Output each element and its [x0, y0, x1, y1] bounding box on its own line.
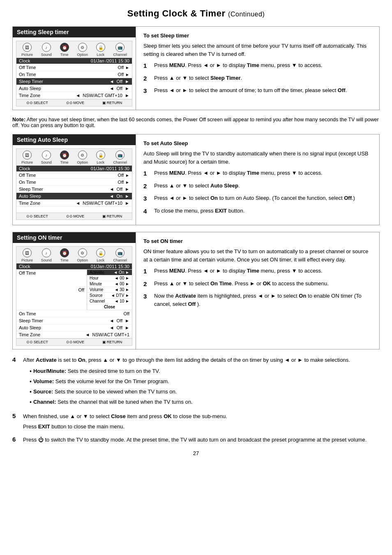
as-icon-sound: ♪ Sound: [41, 150, 52, 164]
picture-icon: 🖼: [23, 43, 32, 52]
step5-line2: Press EXIT button to close the main menu…: [23, 423, 227, 431]
ot-menu-footer: ⊙⊙SELECT ⊙⊙MOVE ▣RETURN: [16, 338, 132, 345]
auto-sleep-subtitle: To set Auto Sleep: [143, 140, 372, 146]
title-text: Setting Clock & Timer: [127, 8, 226, 18]
icon-channel: 📺 Channel: [113, 43, 127, 57]
sleep-timer-header: Setting Sleep timer: [13, 27, 136, 37]
sleep-timer-steps: 1 Press MENU. Press ◄ or ► to display Ti…: [143, 61, 372, 96]
ot-icon-time: ⏰ Time: [60, 248, 69, 262]
ot-timezone-row: Time Zone ◄ NSW/ACT GMT+1: [16, 331, 132, 338]
step6-num: 6: [12, 436, 21, 446]
ot-lock-icon: 🔒: [96, 248, 105, 257]
sleeptimer-row: Sleep Timer ◄ Off ►: [16, 78, 132, 85]
auto-sleep-left: Setting Auto Sleep 🖼 Picture ♪ Sound ⏰ T…: [13, 134, 136, 225]
as-option-icon: ⚙: [78, 150, 87, 160]
bullet-channel: Channel: Sets the channel that will be t…: [30, 398, 350, 407]
ot-sleeptimer-row: Sleep Timer ◄ Off ►: [16, 317, 132, 324]
sleep-timer-desc: Sleep timer lets you select the amount o…: [143, 42, 372, 58]
ot-icon-channel: 📺 Channel: [113, 248, 127, 262]
continued-text: (Continued): [228, 11, 265, 18]
body-steps: 4 After Activate is set to On, press ▲ o…: [12, 356, 380, 446]
timezone-row: Time Zone ◄ NSW/ACT GMT+10 ►: [16, 92, 132, 99]
as-time-icon: ⏰: [60, 150, 69, 160]
auto-sleep-header: Setting Auto Sleep: [13, 134, 136, 145]
step5-line1: When finished, use ▲ or ▼ to select Clos…: [23, 412, 227, 421]
icon-option: ⚙ Option: [77, 43, 88, 57]
page-number: 27: [12, 450, 380, 456]
sub-volume-row: Volume ◄ 30 ►: [87, 287, 132, 293]
sleep-timer-subtitle: To set Sleep timer: [143, 32, 372, 39]
footer-move: ⊙⊙MOVE: [66, 101, 85, 105]
as-sleeptimer-row: Sleep Timer ◄ Off ►: [16, 186, 132, 193]
ot-channel-icon: 📺: [115, 248, 125, 257]
icon-picture: 🖼 Picture: [21, 43, 33, 57]
ot-clock-row: Clock 01/Jan /2011 15:30: [16, 264, 132, 270]
as-ontime-row: On Time Off ►: [16, 179, 132, 186]
sub-minute-row: Minute ◄ 00 ►: [87, 281, 132, 287]
ot-picture-icon: 🖼: [23, 248, 32, 257]
auto-sleep-menu-icons: 🖼 Picture ♪ Sound ⏰ Time ⚙ Option 🔒: [16, 149, 132, 166]
channel-icon: 📺: [115, 43, 125, 52]
as-footer-select: ⊙⊙SELECT: [26, 214, 48, 218]
on-timer-section: Setting ON timer 🖼 Picture ♪ Sound ⏰ Tim…: [12, 232, 380, 349]
auto-sleep-desc: Auto Sleep will bring the TV to standby …: [143, 150, 372, 166]
as-icon-picture: 🖼 Picture: [21, 150, 33, 164]
icon-time: ⏰ Time: [60, 43, 69, 57]
auto-sleep-section: Setting Auto Sleep 🖼 Picture ♪ Sound ⏰ T…: [12, 134, 380, 225]
as-channel-icon: 📺: [115, 150, 125, 160]
bullet-hour-minute: Hour/Minute: Sets the desired time to tu…: [30, 367, 350, 376]
on-timer-subtitle: To set ON timer: [143, 238, 372, 244]
on-timer-header: Setting ON timer: [13, 232, 136, 243]
sub-close-row: Close: [87, 304, 132, 310]
page-title: Setting Clock & Timer (Continued): [12, 8, 380, 19]
as-step-4: 4 To close the menu, press EXIT button.: [143, 207, 372, 216]
as-lock-icon: 🔒: [96, 150, 105, 160]
as-menu-footer: ⊙⊙SELECT ⊙⊙MOVE ▣RETURN: [16, 213, 132, 220]
ot-footer-select: ⊙⊙SELECT: [26, 340, 48, 344]
offtime-row: Off Time Off ►: [16, 64, 132, 71]
ot-autosleep-row: Auto Sleep ◄ Off ►: [16, 324, 132, 331]
ot-icon-picture: 🖼 Picture: [21, 248, 33, 262]
step-1: 1 Press MENU. Press ◄ or ► to display Ti…: [143, 61, 372, 71]
step6-text: Press ⏻ to switch the TV to standby mode…: [23, 436, 367, 444]
time-icon: ⏰: [60, 43, 69, 52]
ot-step-2: 2 Press ▲ or ▼ to select On Time. Press …: [143, 280, 372, 289]
ot-time-icon: ⏰: [60, 248, 69, 257]
sub-hour-row: Hour ◄ 00 ►: [87, 275, 132, 281]
sound-icon: ♪: [42, 43, 51, 52]
sleep-timer-right: To set Sleep timer Sleep timer lets you …: [136, 27, 379, 110]
step-2: 2 Press ▲ or ▼ to select Sleep Timer.: [143, 74, 372, 83]
step5-content: When finished, use ▲ or ▼ to select Clos…: [23, 412, 227, 433]
sleep-timer-menu: 🖼 Picture ♪ Sound ⏰ Time ⚙ Option 🔒: [16, 41, 132, 106]
as-footer-return: ▣RETURN: [102, 214, 122, 218]
auto-sleep-right: To set Auto Sleep Auto Sleep will bring …: [136, 134, 379, 225]
step5-num: 5: [12, 412, 21, 433]
ot-ontime-row: On Time Off: [16, 310, 132, 317]
step6-content: Press ⏻ to switch the TV to standby mode…: [23, 436, 367, 446]
ot-icon-sound: ♪ Sound: [41, 248, 52, 262]
or-arrow: ►: [297, 357, 303, 363]
sub-channel-row: Channel ◄ 10 ►: [87, 298, 132, 304]
as-icon-lock: 🔒 Lock: [96, 150, 105, 164]
as-icon-option: ⚙ Option: [77, 150, 88, 164]
as-icon-time: ⏰ Time: [60, 150, 69, 164]
icon-lock: 🔒 Lock: [96, 43, 105, 57]
step4-content: After Activate is set to On, press ▲ or …: [23, 356, 350, 409]
bullet-volume: Volume: Sets the volume level for the On…: [30, 377, 350, 386]
on-timer-submenu: Activate ◄ On ► Hour ◄ 00 ► Minute ◄ 00 …: [87, 270, 132, 310]
ot-option-icon: ⚙: [78, 248, 87, 257]
note-section: Note: After you have set sleep timer, wh…: [12, 117, 380, 128]
icon-sound: ♪ Sound: [41, 43, 52, 57]
ot-offtime-row: Off Time Off: [16, 270, 87, 310]
as-clock-row: Clock 01/Jan /2011 15:30: [16, 166, 132, 172]
body-step-4: 4 After Activate is set to On, press ▲ o…: [12, 356, 380, 409]
as-step-1: 1 Press MENU. Press ◄ or ► to display Ti…: [143, 169, 372, 178]
step4-main: After Activate is set to On, press ▲ or …: [23, 356, 350, 365]
as-autosleep-row: Auto Sleep ◄ On ►: [16, 193, 132, 200]
lock-icon: 🔒: [96, 43, 105, 52]
on-timer-steps: 1 Press MENU. Press ◄ or ► to display Ti…: [143, 267, 372, 308]
ot-sound-icon: ♪: [42, 248, 51, 257]
bullet-source: Source: Sets the source to be viewed whe…: [30, 388, 350, 396]
sub-activate-row: Activate ◄ On ►: [87, 270, 132, 275]
body-step-6: 6 Press ⏻ to switch the TV to standby mo…: [12, 436, 380, 446]
